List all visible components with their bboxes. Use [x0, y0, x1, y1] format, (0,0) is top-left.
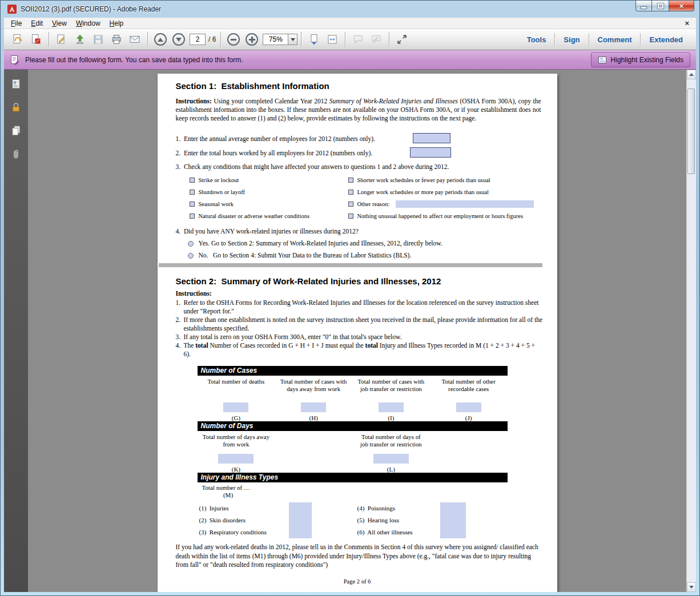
field-H[interactable] [301, 402, 326, 412]
checkbox-longer-schedules[interactable] [348, 190, 353, 195]
other-reason-field[interactable] [396, 200, 534, 208]
field-M3[interactable] [289, 526, 312, 538]
next-page-button[interactable] [170, 31, 187, 47]
cases-column: Total number of deaths (G) [198, 378, 275, 421]
checkbox-natural-disaster[interactable] [190, 214, 195, 219]
menu-item-file[interactable]: File [6, 18, 26, 29]
page-thumbnails-button[interactable] [6, 75, 26, 92]
types-total: Total number of … (M) [202, 484, 508, 499]
field-J[interactable] [456, 402, 481, 412]
type-label: (3) Respiratory conditions [199, 526, 289, 538]
fullscreen-icon [396, 34, 408, 45]
checkbox-other-reason[interactable] [348, 202, 353, 207]
security-settings-button[interactable] [6, 99, 26, 116]
scrollbar-track[interactable] [687, 79, 696, 582]
page-down-icon [172, 33, 185, 46]
comment-button[interactable]: Comment [589, 35, 641, 44]
types-total-tag: (M) [202, 492, 255, 499]
field-tag: (L) [387, 466, 395, 473]
sticky-note-button[interactable] [349, 31, 367, 47]
toolbar-separator [220, 32, 221, 47]
option-yes: Yes. Go to Section 2: Summary of Work-Re… [188, 240, 442, 247]
security-lock-icon [10, 102, 22, 113]
number-of-cases-header: Number of Cases [198, 366, 508, 376]
previous-page-button[interactable] [152, 31, 169, 47]
zoom-out-icon [227, 33, 240, 46]
field-I[interactable] [379, 402, 404, 412]
menu-item-help[interactable]: Help [105, 18, 128, 29]
minimize-button[interactable] [635, 1, 652, 11]
type-label: (4) Poisonings [357, 502, 440, 514]
titlebar[interactable]: SOII2012 (3).pdf (SECURED) - Adobe Reade… [1, 1, 699, 18]
toolbar-separator [147, 32, 148, 47]
radio-no[interactable] [188, 253, 194, 259]
field-tag: (I) [388, 414, 394, 421]
zoom-in-icon [246, 33, 258, 46]
email-icon [129, 34, 140, 45]
field-M2[interactable] [289, 514, 312, 526]
close-button[interactable]: × [669, 1, 694, 11]
annotate-button[interactable] [368, 31, 385, 47]
field-K[interactable] [218, 454, 254, 464]
checkbox-shutdown-or-layoff[interactable] [190, 190, 195, 195]
scroll-mode-button[interactable] [305, 31, 323, 47]
question-1: 1. Enter the annual average number of em… [176, 135, 541, 143]
checkbox-seasonal-work[interactable] [190, 202, 195, 207]
print-button[interactable] [108, 31, 125, 47]
field-M6[interactable] [440, 526, 466, 538]
sign-button[interactable]: Sign [555, 35, 588, 44]
field-tag: (G) [232, 414, 240, 421]
section-divider [159, 263, 542, 267]
scroll-down-icon [689, 586, 694, 589]
page-number-input[interactable] [190, 34, 206, 45]
pen-icon [56, 34, 67, 45]
adobe-reader-window: SOII2012 (3).pdf (SECURED) - Adobe Reade… [0, 0, 700, 596]
option-no: No. Go to Section 4: Submit Your Data to… [188, 252, 442, 259]
checkbox-nothing-unusual[interactable] [348, 214, 353, 219]
highlight-fields-button[interactable]: Highlight Existing Fields [591, 53, 690, 67]
open-button[interactable] [9, 31, 26, 47]
types-total-label: Total number of … [202, 484, 508, 492]
menu-item-view[interactable]: View [47, 18, 71, 29]
question-4: 4. Did you have ANY work-related injurie… [176, 227, 541, 236]
document-area[interactable]: Section 1: Establishment Information Ins… [28, 70, 686, 592]
checkbox-label: Shutdown or layoff [199, 189, 245, 195]
zoom-in-button[interactable] [243, 31, 260, 47]
menu-item-window[interactable]: Window [71, 18, 105, 29]
zoom-level-input[interactable] [263, 34, 288, 45]
field-M1[interactable] [289, 502, 312, 514]
field-M5[interactable] [440, 514, 466, 526]
save-button[interactable] [90, 31, 107, 47]
scroll-up-button[interactable] [687, 70, 696, 79]
field-M4[interactable] [440, 502, 466, 514]
field-L[interactable] [373, 454, 409, 464]
create-pdf-button[interactable] [27, 31, 45, 47]
zoom-dropdown-button[interactable] [288, 34, 297, 45]
attachments-button[interactable] [6, 146, 26, 163]
employees-field[interactable] [413, 133, 450, 143]
email-button[interactable] [126, 31, 143, 47]
extended-button[interactable]: Extended [641, 35, 691, 44]
menubar-close-icon[interactable]: × [680, 19, 694, 27]
fullscreen-button[interactable] [393, 31, 411, 47]
hours-field[interactable] [410, 147, 451, 158]
maximize-button[interactable] [652, 1, 669, 11]
scroll-down-button[interactable] [687, 582, 696, 592]
zoom-out-button[interactable] [225, 31, 242, 47]
pages-panel-button[interactable] [6, 122, 26, 139]
vertical-scrollbar[interactable] [686, 70, 696, 592]
caret-down-icon [291, 38, 295, 41]
fill-sign-button[interactable] [53, 31, 70, 47]
checkbox-shorter-schedules[interactable] [348, 178, 353, 183]
menu-item-edit[interactable]: Edit [26, 18, 47, 29]
page-count-label: / 6 [208, 35, 216, 43]
send-file-button[interactable] [71, 31, 88, 47]
checkbox-strike-or-lockout[interactable] [190, 178, 195, 183]
question-4-label: 4. Did you have ANY work-related injurie… [176, 228, 359, 235]
question-4-options: Yes. Go to Section 2: Summary of Work-Re… [188, 240, 442, 259]
scrollbar-thumb[interactable] [687, 88, 695, 174]
tools-button[interactable]: Tools [518, 35, 555, 44]
fit-page-button[interactable] [324, 31, 341, 47]
field-G[interactable] [223, 402, 248, 412]
radio-yes[interactable] [188, 241, 194, 247]
